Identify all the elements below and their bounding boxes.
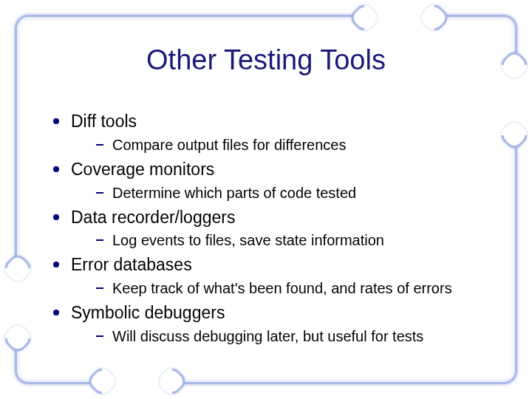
slide: Other Testing Tools Diff tools Compare o… bbox=[0, 0, 532, 399]
list-item: Coverage monitors Determine which parts … bbox=[52, 159, 502, 202]
list-item-label: Diff tools bbox=[71, 112, 137, 131]
list-item-label: Coverage monitors bbox=[71, 160, 214, 179]
slide-title: Other Testing Tools bbox=[0, 44, 532, 76]
list-subitem: Compare output files for differences bbox=[96, 135, 502, 154]
slide-body: Diff tools Compare output files for diff… bbox=[52, 111, 502, 350]
bullet-list: Diff tools Compare output files for diff… bbox=[52, 111, 502, 346]
list-subitem: Will discuss debugging later, but useful… bbox=[96, 327, 502, 346]
list-item: Diff tools Compare output files for diff… bbox=[52, 111, 502, 154]
list-item: Data recorder/loggers Log events to file… bbox=[52, 207, 502, 250]
list-item: Symbolic debuggers Will discuss debuggin… bbox=[52, 302, 502, 346]
list-subitem: Keep track of what's been found, and rat… bbox=[96, 279, 502, 298]
list-item-label: Symbolic debuggers bbox=[71, 303, 225, 322]
list-item-label: Data recorder/loggers bbox=[71, 208, 235, 227]
list-subitem: Determine which parts of code tested bbox=[96, 183, 502, 202]
list-subitem: Log events to files, save state informat… bbox=[96, 231, 502, 250]
list-item: Error databases Keep track of what's bee… bbox=[52, 254, 502, 298]
list-item-label: Error databases bbox=[71, 255, 192, 274]
